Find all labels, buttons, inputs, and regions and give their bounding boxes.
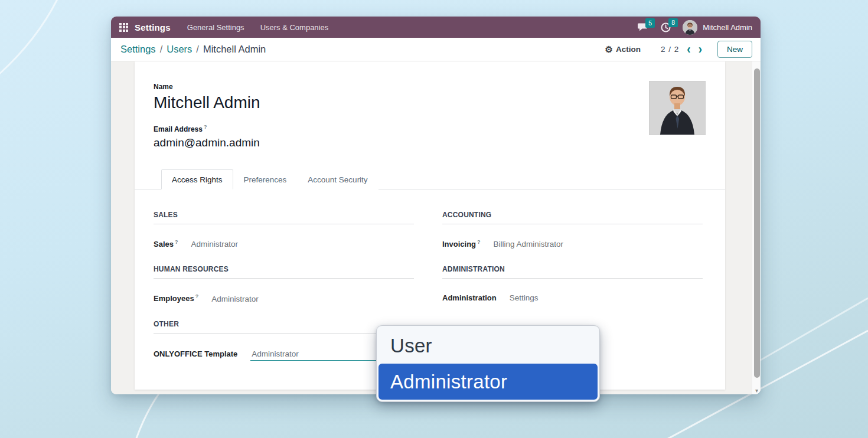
control-panel: Settings / Users / Mitchell Admin ⚙ Acti… xyxy=(111,38,761,61)
sales-field-value[interactable]: Administrator xyxy=(191,240,238,249)
new-button[interactable]: New xyxy=(717,41,752,58)
section-sales-title: SALES xyxy=(154,211,414,224)
breadcrumb-separator: / xyxy=(160,44,163,55)
section-hr-title: HUMAN RESOURCES xyxy=(154,265,414,279)
action-label: Action xyxy=(616,45,641,54)
pager-count: 2 / 2 xyxy=(661,45,679,54)
pager-previous-icon[interactable]: ‹ xyxy=(687,43,690,56)
email-value[interactable]: admin@admin.admin xyxy=(154,136,703,149)
action-button[interactable]: ⚙ Action xyxy=(605,44,641,55)
messages-button[interactable]: 5 xyxy=(638,22,649,32)
notebook-tabs: Access Rights Preferences Account Securi… xyxy=(135,169,725,189)
activities-button[interactable]: 8 xyxy=(661,22,671,32)
app-name[interactable]: Settings xyxy=(135,22,171,32)
profile-photo-image xyxy=(650,81,705,135)
administration-field-label: Administration xyxy=(442,293,497,302)
section-other-title: OTHER xyxy=(154,320,414,334)
breadcrumb-separator: / xyxy=(196,44,199,55)
sales-field-label: Sales? xyxy=(154,239,178,249)
tab-preferences[interactable]: Preferences xyxy=(233,169,298,189)
onlyoffice-template-value: Administrator xyxy=(252,349,299,358)
breadcrumb-users[interactable]: Users xyxy=(167,44,192,55)
dropdown-option-user[interactable]: User xyxy=(378,328,598,364)
messages-badge: 5 xyxy=(645,18,655,28)
administration-field-value[interactable]: Settings xyxy=(510,293,539,302)
tab-account-security[interactable]: Account Security xyxy=(297,169,378,189)
employees-field-label: Employees? xyxy=(154,293,198,303)
activities-badge: 8 xyxy=(668,18,678,28)
help-icon: ? xyxy=(477,239,481,245)
pager-next-icon[interactable]: › xyxy=(699,43,702,56)
nav-item-general-settings[interactable]: General Settings xyxy=(187,23,244,32)
scroll-down-icon[interactable]: ▾ xyxy=(752,387,761,394)
section-administration: ADMINISTRATION Administration Settings xyxy=(442,265,703,303)
user-avatar[interactable] xyxy=(683,20,697,35)
help-icon: ? xyxy=(195,293,199,299)
nav-item-users-companies[interactable]: Users & Companies xyxy=(260,23,329,32)
pager: 2 / 2 ‹ › xyxy=(661,44,702,55)
template-select-dropdown: User Administrator xyxy=(376,325,600,402)
user-avatar-image xyxy=(683,20,697,35)
breadcrumb: Settings / Users / Mitchell Admin xyxy=(120,44,266,55)
scrollbar[interactable]: ▾ xyxy=(752,61,761,394)
dropdown-option-administrator[interactable]: Administrator xyxy=(378,364,598,400)
help-icon: ? xyxy=(175,239,178,245)
section-other: OTHER ONLYOFFICE Template Administrator xyxy=(154,320,414,361)
section-administration-title: ADMINISTRATION xyxy=(442,265,703,279)
tab-access-rights[interactable]: Access Rights xyxy=(161,169,233,189)
employees-field-value[interactable]: Administrator xyxy=(211,295,259,303)
section-human-resources: HUMAN RESOURCES Employees? Administrator xyxy=(154,265,414,303)
section-accounting: ACCOUNTING Invoicing? Billing Administra… xyxy=(442,211,703,249)
user-menu[interactable]: Mitchell Admin xyxy=(703,23,752,32)
profile-photo[interactable] xyxy=(650,81,705,135)
onlyoffice-template-field-label: ONLYOFFICE Template xyxy=(154,349,237,358)
top-navbar: Settings General Settings Users & Compan… xyxy=(111,17,761,38)
name-label: Name xyxy=(154,83,703,91)
scrollbar-thumb[interactable] xyxy=(754,68,760,378)
apps-menu-icon[interactable] xyxy=(119,23,128,32)
section-accounting-title: ACCOUNTING xyxy=(442,211,703,224)
breadcrumb-settings[interactable]: Settings xyxy=(120,44,156,55)
invoicing-field-label: Invoicing? xyxy=(442,239,481,249)
email-label: Email Address? xyxy=(154,124,703,133)
section-sales: SALES Sales? Administrator xyxy=(154,211,414,249)
help-icon: ? xyxy=(204,124,207,130)
invoicing-field-value[interactable]: Billing Administrator xyxy=(494,240,564,249)
breadcrumb-current: Mitchell Admin xyxy=(203,44,266,55)
name-value[interactable]: Mitchell Admin xyxy=(154,93,703,112)
gear-icon: ⚙ xyxy=(605,44,613,55)
